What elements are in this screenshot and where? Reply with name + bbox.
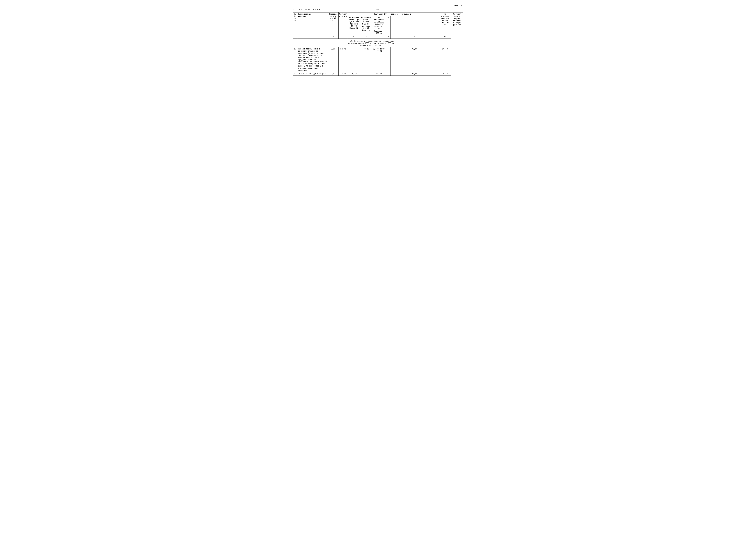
col-para-header: Параграф пр-нта 06-08 1981 г. — [328, 13, 338, 35]
page-number: - 63- — [321, 9, 433, 11]
col-bonus2-header: На панели длиноi более 3,9м без проемов … — [360, 16, 372, 35]
section-title: У1. Наружные стеновые панели трехслоиные… — [293, 39, 451, 47]
colnum-8: 8 — [386, 35, 391, 39]
row2-col6: – — [360, 72, 372, 76]
row1-col8: – — [386, 47, 391, 72]
row2-col8: – — [386, 72, 391, 76]
col-total-header: Оптовая цена с учетом надбавок и скидок … — [451, 13, 463, 35]
row1-col7: 5,7+0,28х4= =6,82 — [372, 47, 386, 72]
row2-col4: 12,71 — [338, 72, 348, 76]
row2-col3: 9,93 — [328, 72, 338, 76]
col-foam-dash-header: – — [386, 16, 391, 35]
row2-col7: +6,82 — [372, 72, 386, 76]
section-header-row: У1. Наружные стеновые панели трехслоиные… — [293, 39, 463, 47]
nadbar-title-header: Надбавки (+), скидки (-) в руб./ м² — [348, 13, 439, 16]
colnum-7: 7 — [372, 35, 386, 39]
colnum-4: 4 — [338, 35, 348, 39]
colnum-6: 6 — [360, 35, 372, 39]
colnum-1: 1 — [293, 35, 297, 39]
row1-num: 1. — [293, 47, 297, 72]
col-optprice-header: Оптовая ц е н а — [338, 13, 348, 35]
row1-name: Панели трехслоиные с внешними слоями из … — [297, 47, 328, 72]
row1-col6: +0,25 — [360, 47, 372, 72]
colnum-5: 5 — [348, 35, 360, 39]
header-row-1: № № п п Наименование изделии Параграф пр… — [293, 13, 463, 16]
col-finish-header: На отделку панелеи 06-08 Табл. А- б — [439, 13, 451, 35]
row1-col10: 20,63 — [439, 47, 451, 72]
table-row: 2. То же, длиноi до 3 метров. 9,93 12,71… — [293, 72, 463, 76]
col-num-header: № № п п — [293, 13, 297, 35]
colnum-2: 2 — [297, 35, 328, 39]
col-numbers-row: 1 2 3 4 5 6 7 8 9 10 — [293, 35, 463, 39]
row1-col4: 12,71 — [338, 47, 348, 72]
colnum-3: 3 — [328, 35, 338, 39]
main-table: № № п п Наименование изделии Параграф пр… — [293, 12, 463, 94]
col-foam-header: На утеплитель из пенопласта объемным вес… — [372, 16, 386, 35]
colnum-10: 10 — [439, 35, 451, 39]
row1-col3: 9,93 — [328, 47, 338, 72]
doc-id: 20881-07 — [453, 5, 463, 7]
row2-name: То же, длиноi до 3 метров. — [297, 72, 328, 76]
col-name-header: Наименование изделии — [297, 13, 328, 35]
row2-col9: +0,85 — [391, 72, 439, 76]
row2-col5: –0,25 — [348, 72, 360, 76]
row2-col10: 20,13 — [439, 72, 451, 76]
col-bonus1-header: На панели длиноi до 3,9 м без проемов 06… — [348, 16, 360, 35]
row1-col5: – — [348, 47, 360, 72]
empty-row — [293, 76, 463, 94]
table-row: 1. Панели трехслоиные с внешними слоями … — [293, 47, 463, 72]
row1-col9: +0,85 — [391, 47, 439, 72]
row2-num: 2. — [293, 72, 297, 76]
doc-ref: ТП 272-11-29.85 СМ АЛ.УП — [293, 9, 321, 11]
colnum-9: 9 — [391, 35, 439, 39]
